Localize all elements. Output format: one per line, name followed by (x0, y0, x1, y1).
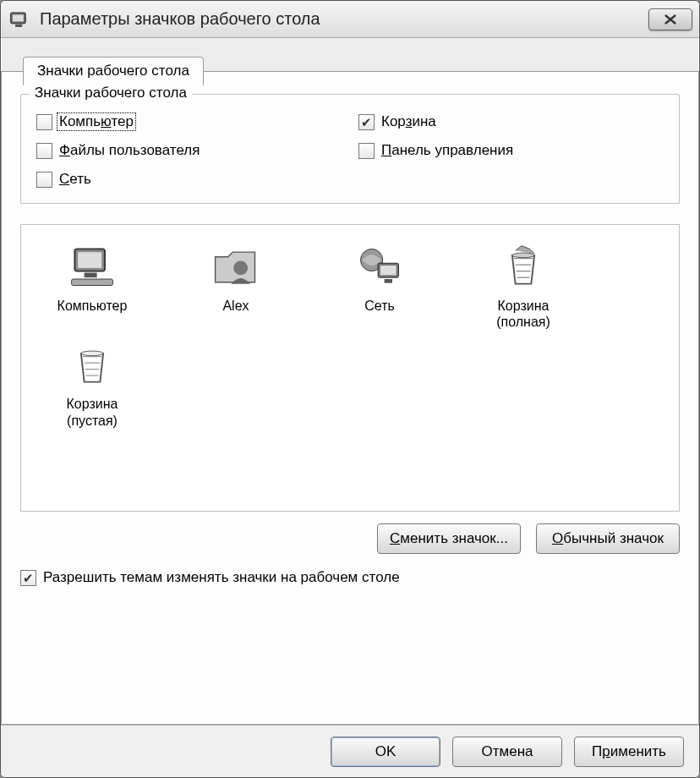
icon-item-computer[interactable]: Компьютер (33, 240, 151, 330)
button-label: OK (375, 743, 396, 760)
client-area: Значки рабочего стола Значки рабочего ст… (1, 38, 699, 777)
network-icon (349, 240, 410, 293)
window-title: Параметры значков рабочего стола (40, 9, 648, 29)
recycle-bin-full-icon (493, 240, 554, 293)
icon-label: Компьютер (57, 298, 128, 314)
svg-point-7 (233, 260, 248, 275)
change-icon-button[interactable]: Сменить значок... (377, 523, 521, 554)
tab-label: Значки рабочего стола (37, 63, 189, 79)
groupbox-title: Значки рабочего стола (30, 85, 192, 101)
svg-rect-4 (78, 252, 101, 268)
computer-icon (62, 240, 123, 293)
icon-item-recycle-empty[interactable]: Корзина (пустая) (33, 338, 151, 428)
button-label: Обычный значок (552, 530, 664, 547)
checkbox-label: Корзина (381, 113, 436, 130)
apply-button[interactable]: Применить (574, 737, 684, 767)
checkbox-label: Панель управления (381, 142, 513, 159)
checkbox-label: Компьютер (57, 112, 136, 131)
svg-rect-1 (13, 14, 24, 21)
checkbox-box[interactable] (36, 114, 52, 130)
checkbox-allow-themes[interactable]: Разрешить темам изменять значки на рабоч… (20, 569, 680, 586)
tabpage: Значки рабочего стола Компьютер Корзина … (1, 71, 699, 725)
icon-preview-area: Компьютер Alex Сеть (20, 224, 680, 512)
svg-rect-5 (85, 273, 97, 278)
button-label: Сменить значок... (390, 530, 508, 547)
checkbox-box[interactable] (36, 172, 52, 188)
icon-item-network[interactable]: Сеть (320, 240, 439, 330)
icon-item-recycle-full[interactable]: Корзина (полная) (464, 240, 582, 330)
close-button[interactable] (648, 8, 692, 30)
button-label: Отмена (482, 743, 533, 760)
ok-button[interactable]: OK (331, 737, 440, 767)
checkbox-user-files[interactable]: Файлы пользователя (36, 142, 342, 159)
icon-buttons-row: Сменить значок... Обычный значок (20, 523, 680, 554)
icon-label: Корзина (полная) (496, 298, 550, 330)
checkbox-control-panel[interactable]: Панель управления (358, 142, 664, 159)
checkbox-box[interactable] (20, 570, 36, 586)
checkbox-label: Файлы пользователя (59, 142, 200, 159)
checkbox-box[interactable] (358, 143, 375, 159)
icon-grid: Компьютер Alex Сеть (33, 240, 667, 429)
checkbox-box[interactable] (36, 143, 52, 159)
default-icon-button[interactable]: Обычный значок (536, 523, 680, 554)
icon-label: Сеть (364, 298, 395, 314)
checkbox-label: Разрешить темам изменять значки на рабоч… (43, 569, 400, 586)
dialog-window: Параметры значков рабочего стола Значки … (0, 0, 700, 778)
checkbox-grid: Компьютер Корзина Файлы пользователя Пан… (33, 108, 667, 191)
titlebar-icon (8, 8, 31, 31)
svg-rect-6 (72, 279, 113, 286)
svg-rect-10 (380, 266, 396, 275)
icon-item-user[interactable]: Alex (177, 240, 295, 330)
checkbox-box[interactable] (358, 114, 375, 130)
svg-point-13 (81, 351, 103, 356)
recycle-bin-empty-icon (62, 338, 123, 391)
svg-rect-2 (15, 24, 22, 26)
svg-point-12 (512, 253, 534, 258)
user-folder-icon (205, 240, 266, 293)
groupbox-desktop-icons: Значки рабочего стола Компьютер Корзина … (20, 94, 680, 204)
titlebar: Параметры значков рабочего стола (1, 1, 699, 38)
icon-label: Alex (222, 298, 249, 314)
checkbox-recycle-bin[interactable]: Корзина (358, 113, 664, 130)
button-label: Применить (592, 743, 666, 760)
dialog-footer: OK Отмена Применить (1, 725, 699, 777)
tab-desktop-icons[interactable]: Значки рабочего стола (23, 57, 204, 85)
checkbox-network[interactable]: Сеть (36, 171, 342, 188)
cancel-button[interactable]: Отмена (452, 737, 562, 767)
icon-label: Корзина (пустая) (67, 396, 118, 428)
checkbox-label: Сеть (59, 171, 91, 188)
checkbox-computer[interactable]: Компьютер (36, 113, 342, 130)
svg-rect-11 (385, 279, 392, 283)
